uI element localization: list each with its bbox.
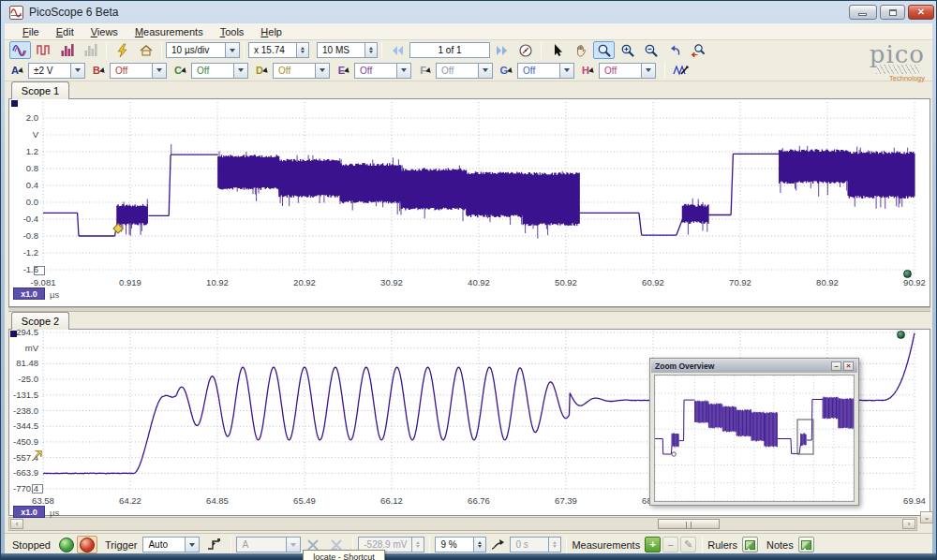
channel-menu-arrow-icon[interactable] — [507, 67, 516, 77]
pointer-tool-button[interactable] — [546, 41, 568, 59]
x-tick-label: 69.94 — [893, 495, 936, 506]
channel-menu-arrow-icon[interactable] — [262, 67, 272, 77]
scroll-left-icon[interactable]: ‹ — [10, 519, 23, 529]
menu-measurements[interactable]: Measurements — [126, 24, 212, 39]
channel-D-range-select[interactable]: Off — [273, 63, 316, 79]
close-button[interactable]: ✕ — [908, 5, 934, 20]
panel-splitter[interactable] — [8, 307, 930, 312]
sample-count-field[interactable]: 10 MS — [317, 42, 365, 58]
y-tick-label: -1.6 — [5, 264, 38, 274]
stop-button[interactable] — [77, 536, 97, 553]
zoom-overview-content[interactable] — [654, 375, 855, 502]
rulers-label: Rulers — [707, 539, 737, 551]
channel-B-range-select[interactable]: Off — [110, 63, 153, 79]
channel-E-chevron[interactable] — [397, 63, 411, 79]
zoom-overview-window[interactable]: Zoom Overview – × — [649, 358, 859, 506]
notes-button[interactable] — [798, 537, 814, 553]
minimize-button[interactable] — [849, 5, 877, 20]
zoom-factor-field[interactable]: x 15.74 — [248, 42, 297, 58]
pretrigger-field[interactable]: 9 % — [435, 537, 474, 553]
channel-F-chevron[interactable] — [479, 63, 493, 79]
trigger-edge-button[interactable] — [203, 536, 225, 553]
scope2-trigger-axis-marker[interactable] — [32, 450, 43, 462]
minimize-icon — [858, 13, 867, 16]
prev-buffer-icon — [391, 44, 405, 57]
y-tick-label: 2.0 — [5, 112, 38, 123]
trigger-mode-select[interactable]: Auto — [142, 537, 186, 553]
x-tick-label: 70.92 — [719, 277, 762, 287]
next-buffer-button[interactable] — [491, 41, 513, 59]
home-button[interactable] — [135, 41, 156, 59]
buffer-navigator-button[interactable] — [514, 41, 536, 59]
channel-H-chevron[interactable] — [642, 63, 656, 79]
zoom-tool-button[interactable] — [593, 41, 615, 59]
zoom-overview-close-icon[interactable]: × — [843, 361, 854, 371]
add-measurement-button[interactable]: + — [645, 537, 661, 553]
rulers-button[interactable] — [742, 537, 758, 553]
menu-help[interactable]: Help — [252, 24, 290, 39]
maximize-button[interactable] — [880, 5, 905, 20]
zoom-overview-titlebar[interactable]: Zoom Overview – × — [651, 360, 857, 373]
menu-file[interactable]: File — [14, 24, 48, 39]
zoom-full-button[interactable] — [687, 41, 708, 59]
channel-menu-arrow-icon[interactable] — [425, 67, 435, 77]
channel-E-range-select[interactable]: Off — [354, 63, 397, 79]
channel-A-chevron[interactable] — [71, 63, 85, 79]
timebase-select[interactable]: 10 µs/div — [166, 42, 226, 58]
start-icon — [59, 538, 74, 553]
zoom-factor-spinner[interactable] — [297, 42, 309, 58]
zoom-out-button[interactable] — [640, 41, 662, 59]
channel-G-range-select[interactable]: Off — [517, 63, 560, 79]
spectrum-view-button[interactable] — [56, 41, 78, 59]
channel-toolbar: A±2 VBOffCOffDOffEOffFOffGOffHOff — [5, 60, 932, 81]
scope1-plot[interactable] — [8, 98, 930, 306]
channel-H-range-select[interactable]: Off — [599, 63, 642, 79]
trigger-time-button[interactable] — [487, 536, 509, 553]
trigger-mode-chevron[interactable] — [186, 537, 200, 553]
channel-F-range-select[interactable]: Off — [436, 63, 479, 79]
persistence-view-button[interactable] — [33, 41, 54, 59]
zoom-in-button[interactable] — [617, 41, 638, 59]
channel-menu-arrow-icon[interactable] — [18, 67, 27, 77]
scope2-zoom-badge[interactable]: x1.0 — [13, 506, 45, 518]
scroll-right-icon[interactable]: › — [902, 519, 915, 529]
channel-E-group: EOff — [335, 63, 416, 79]
channel-B-chevron[interactable] — [153, 63, 167, 79]
scroll-thumb[interactable] — [658, 519, 720, 529]
scope1-channel-marker[interactable] — [11, 100, 18, 107]
y-tick-label: -770.4 — [5, 483, 38, 494]
spectrum-disabled-icon — [83, 43, 98, 57]
zoom-overview-plot[interactable] — [655, 376, 854, 501]
scope-view-button[interactable] — [9, 41, 31, 59]
timebase-chevron[interactable] — [226, 42, 240, 58]
trigger-setup-button[interactable] — [112, 41, 133, 59]
zoom-overview-minimize-icon[interactable]: – — [831, 361, 841, 371]
awg-button[interactable] — [670, 62, 692, 80]
channel-menu-arrow-icon[interactable] — [344, 67, 353, 77]
menu-edit[interactable]: Edit — [48, 24, 82, 39]
start-button[interactable] — [56, 536, 77, 553]
trigger-channel-select: A — [236, 537, 287, 553]
x-tick-label: 30.92 — [370, 277, 413, 287]
pretrigger-spinner[interactable] — [474, 537, 486, 553]
title-bar[interactable]: PicoScope 6 Beta ✕ — [1, 1, 936, 23]
channel-A-range-select[interactable]: ±2 V — [28, 63, 71, 79]
undo-zoom-button[interactable] — [663, 41, 685, 59]
menu-bar: File Edit Views Measurements Tools Help — [5, 23, 932, 40]
channel-G-chevron[interactable] — [560, 63, 574, 79]
channel-C-chevron[interactable] — [234, 63, 248, 79]
tab-scope2[interactable]: Scope 2 — [11, 312, 69, 330]
x-tick-label: 20.92 — [283, 277, 326, 287]
sample-count-spinner[interactable] — [365, 42, 378, 58]
menu-views[interactable]: Views — [82, 24, 126, 39]
channel-menu-arrow-icon[interactable] — [99, 67, 109, 77]
scope2-hscrollbar[interactable]: ‹ › — [8, 517, 917, 531]
channel-menu-arrow-icon[interactable] — [588, 67, 598, 77]
channel-D-chevron[interactable] — [316, 63, 330, 79]
channel-menu-arrow-icon[interactable] — [181, 67, 190, 77]
tab-scope1[interactable]: Scope 1 — [11, 81, 69, 99]
menu-tools[interactable]: Tools — [212, 24, 253, 39]
scope1-zoom-badge[interactable]: x1.0 — [13, 287, 45, 300]
hand-tool-button[interactable] — [570, 41, 591, 59]
channel-C-range-select[interactable]: Off — [191, 63, 234, 79]
